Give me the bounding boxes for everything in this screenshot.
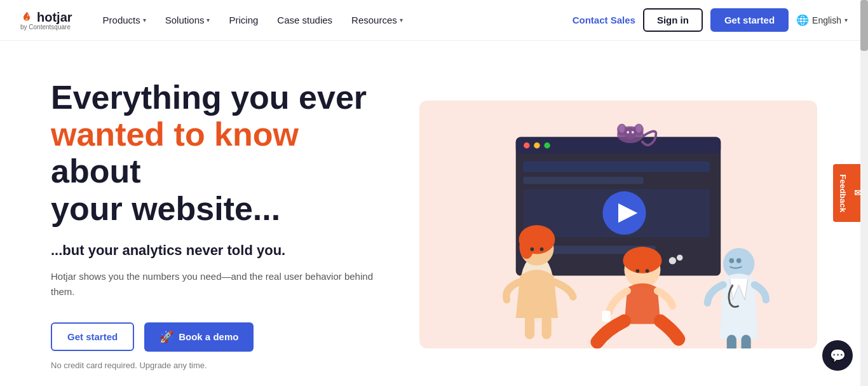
navbar: hotjar by Contentsquare Products ▾ Solut… [0,0,868,41]
svg-point-38 [677,254,682,260]
svg-point-18 [627,131,629,134]
hotjar-flame-icon [20,11,33,24]
logo-subtitle: by Contentsquare [20,24,72,31]
hero-illustration [419,100,817,348]
nav-resources[interactable]: Resources ▾ [344,10,410,31]
svg-point-23 [519,235,534,259]
get-started-button[interactable]: Get started [710,8,789,32]
svg-rect-36 [602,311,610,322]
nav-products[interactable]: Products ▾ [95,10,154,31]
globe-icon: 🌐 [796,14,809,26]
hero-buttons: Get started 🚀 Book a demo [51,322,381,352]
svg-point-19 [632,131,634,134]
svg-point-32 [630,251,641,262]
nav-right: Contact Sales Sign in Get started 🌐 Engl… [573,8,848,32]
svg-rect-43 [741,335,750,348]
chat-icon: 💬 [830,348,846,363]
svg-point-40 [729,258,735,263]
nav-pricing[interactable]: Pricing [221,10,266,31]
logo[interactable]: hotjar by Contentsquare [20,10,72,31]
svg-point-15 [619,125,625,133]
hero-headline: Everything you ever wanted to know about… [51,79,381,227]
scrollbar-thumb [860,0,868,51]
chat-button[interactable]: 💬 [822,340,853,371]
nav-solutions[interactable]: Solutions ▾ [158,10,218,31]
scrollbar-track[interactable] [860,0,868,386]
nav-links: Products ▾ Solutions ▾ Pricing Case stud… [95,10,573,31]
svg-rect-27 [542,315,552,339]
svg-point-3 [524,142,529,148]
svg-point-24 [531,247,534,251]
svg-rect-26 [525,315,534,339]
svg-point-37 [669,257,676,264]
contact-sales-link[interactable]: Contact Sales [573,15,635,25]
hero-section: Everything you ever wanted to know about… [0,41,868,386]
chevron-down-icon: ▾ [143,17,146,24]
svg-point-35 [646,269,649,273]
svg-rect-42 [727,335,736,348]
hero-description: Hotjar shows you the numbers you need—an… [51,269,381,300]
chevron-down-icon: ▾ [400,17,403,24]
signin-button[interactable]: Sign in [643,8,703,32]
hero-left: Everything you ever wanted to know about… [51,79,381,370]
svg-point-41 [736,258,742,263]
svg-point-16 [636,125,642,133]
book-demo-button[interactable]: 🚀 Book a demo [144,322,254,352]
svg-point-34 [636,269,640,273]
svg-point-25 [540,247,544,251]
language-selector[interactable]: 🌐 English ▾ [796,14,848,26]
svg-rect-6 [523,161,710,172]
svg-point-4 [534,142,539,148]
chevron-down-icon: ▾ [844,17,848,24]
hero-subtitle: ...but your analytics never told you. [51,242,381,259]
svg-point-5 [544,142,550,148]
no-card-text: No credit card required. Upgrade any tim… [51,361,381,370]
rocket-icon: 🚀 [159,330,173,344]
hero-get-started-button[interactable]: Get started [51,322,134,351]
nav-case-studies[interactable]: Case studies [269,10,340,31]
svg-point-33 [644,251,655,262]
svg-rect-7 [523,177,644,184]
svg-point-17 [624,127,636,139]
chevron-down-icon: ▾ [207,17,210,24]
logo-text: hotjar [37,10,72,25]
